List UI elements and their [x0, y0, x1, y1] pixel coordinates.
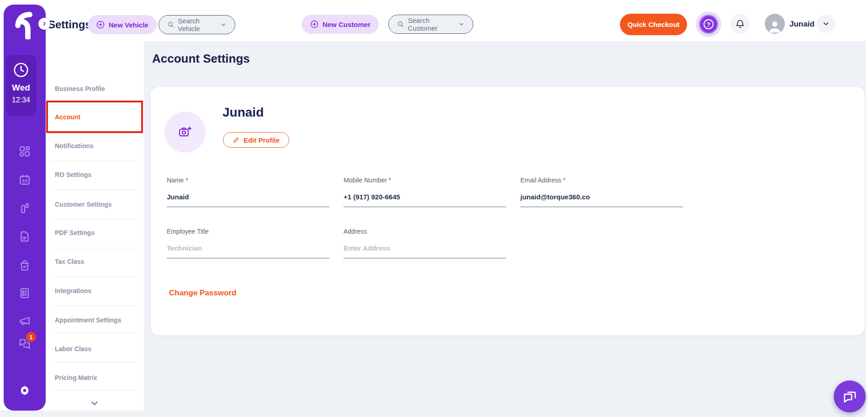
account-settings-card	[151, 87, 865, 335]
nav-divider	[52, 190, 138, 190]
chat-bubbles-icon	[842, 389, 857, 404]
employee-title-label: Employee Title	[167, 228, 329, 235]
nav-divider	[52, 362, 138, 363]
user-menu-chevron-button[interactable]	[817, 15, 835, 33]
address-input[interactable]	[344, 244, 506, 258]
mobile-number-field: Mobile Number *	[344, 176, 506, 207]
nav-divider	[52, 390, 138, 390]
name-input[interactable]	[167, 193, 329, 207]
email-address-input[interactable]	[520, 193, 683, 207]
mobile-number-label: Mobile Number *	[344, 176, 506, 184]
new-vehicle-button[interactable]: New Vehicle	[88, 15, 157, 34]
search-customer-dropdown[interactable]: Search Customer	[388, 15, 473, 34]
settings-nav-item-customer-settings[interactable]: Customer Settings	[55, 201, 137, 208]
profile-photo-upload[interactable]	[164, 112, 206, 153]
board-icon[interactable]	[19, 202, 31, 214]
account-annotation-rectangle	[46, 101, 143, 133]
search-icon	[167, 21, 174, 29]
edit-profile-button[interactable]: Edit Profile	[223, 132, 289, 148]
bottom-strip	[0, 411, 144, 417]
settings-nav-item-pricing-matrix[interactable]: Pricing Matrix	[55, 374, 137, 381]
page-heading: Settings	[48, 18, 91, 31]
settings-nav-item-notifications[interactable]: Notifications	[55, 142, 137, 150]
pencil-icon	[233, 136, 240, 144]
quick-checkout-button[interactable]: Quick Checkout	[620, 14, 687, 35]
invoice-icon[interactable]	[19, 287, 31, 299]
plus-circle-icon	[96, 20, 105, 29]
user-avatar[interactable]	[765, 14, 785, 34]
weekday-label: Wed	[12, 83, 30, 93]
document-icon[interactable]	[19, 230, 31, 242]
nav-divider	[52, 277, 138, 277]
page-title: Account Settings	[152, 52, 250, 66]
search-customer-label: Search Customer	[408, 16, 455, 32]
calendar-icon[interactable]	[19, 174, 31, 186]
nav-expand-chevron[interactable]	[90, 398, 100, 408]
name-label: Name *	[167, 176, 329, 184]
megaphone-icon[interactable]	[19, 315, 31, 327]
time-label: 12:34	[12, 96, 30, 104]
settings-nav-item-appointment-settings[interactable]: Appointment Settings	[55, 316, 137, 324]
search-vehicle-label: Search Vehicle	[178, 17, 217, 32]
notifications-bell-button[interactable]	[730, 14, 750, 34]
help-button[interactable]: ?	[696, 11, 721, 37]
edit-profile-label: Edit Profile	[243, 136, 280, 144]
settings-nav-item-ro-settings[interactable]: RO Settings	[55, 171, 137, 178]
address-field: Address	[344, 228, 506, 258]
name-field: Name *	[167, 176, 329, 207]
bell-icon	[735, 19, 745, 29]
employee-title-input[interactable]	[167, 244, 329, 258]
question-mark-icon: ?	[704, 19, 714, 29]
settings-nav-item-integrations[interactable]: Integrations	[55, 287, 137, 294]
sidebar-expand-button[interactable]	[38, 18, 50, 30]
nav-divider	[52, 161, 138, 161]
shopping-bag-icon[interactable]	[19, 259, 31, 271]
user-name: Junaid	[789, 20, 815, 29]
person-icon	[767, 18, 783, 34]
nav-divider	[52, 305, 138, 306]
plus-circle-icon	[310, 20, 319, 29]
settings-nav-item-business-profile[interactable]: Business Profile	[55, 85, 137, 92]
camera-plus-icon	[178, 125, 192, 139]
chat-notification-badge: 1	[26, 332, 36, 342]
torque-logo[interactable]	[5, 5, 40, 41]
email-address-field: Email Address *	[520, 176, 683, 207]
address-label: Address	[344, 228, 506, 235]
search-vehicle-dropdown[interactable]: Search Vehicle	[159, 15, 235, 34]
profile-name: Junaid	[222, 105, 264, 120]
search-icon	[397, 20, 404, 28]
dashboard-grid-icon[interactable]	[19, 145, 31, 157]
settings-nav-panel	[46, 41, 144, 411]
chevron-down-icon	[822, 20, 830, 28]
clock-widget: Wed 12:34	[5, 55, 37, 116]
help-inner-ring: ?	[699, 15, 718, 34]
quick-checkout-label: Quick Checkout	[627, 21, 679, 28]
new-customer-label: New Customer	[323, 21, 370, 28]
nav-divider	[52, 248, 138, 248]
new-vehicle-label: New Vehicle	[109, 21, 148, 29]
chevron-down-icon	[458, 21, 465, 28]
nav-divider	[52, 219, 138, 219]
settings-nav-item-tax-class[interactable]: Tax Class	[55, 258, 137, 265]
change-password-link[interactable]: Change Password	[169, 289, 236, 298]
gear-icon[interactable]	[19, 385, 30, 396]
nav-divider	[52, 333, 138, 333]
new-customer-button[interactable]: New Customer	[302, 15, 379, 34]
chevron-right-icon	[42, 21, 47, 27]
employee-title-field: Employee Title	[167, 228, 329, 258]
email-address-label: Email Address *	[520, 176, 683, 184]
chevron-down-icon	[220, 21, 227, 28]
chat-widget-button[interactable]	[834, 380, 866, 412]
settings-nav-item-labor-class[interactable]: Labor Class	[55, 345, 137, 353]
mobile-number-input[interactable]	[344, 193, 506, 207]
clock-icon	[12, 61, 30, 79]
settings-nav-item-pdf-settings[interactable]: PDF Settings	[55, 229, 137, 236]
